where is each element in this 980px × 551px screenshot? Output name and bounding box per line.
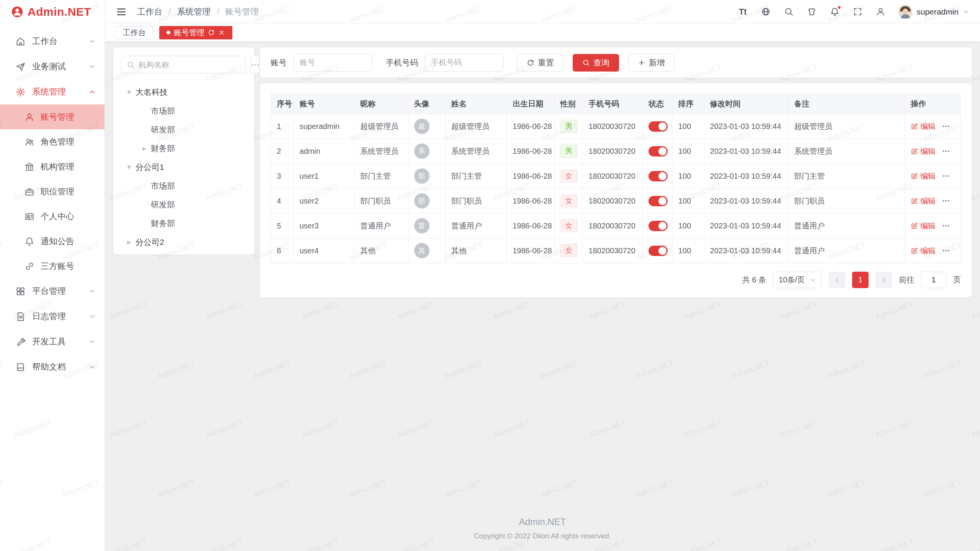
edit-button[interactable]: 编辑 [911,171,936,181]
sidebar-item-help-docs[interactable]: 帮助文档 [0,354,105,380]
next-page-button[interactable] [875,272,892,288]
tree-node[interactable]: 分公司2 [121,233,247,251]
sidebar-item-org-management[interactable]: 机构管理 [0,154,105,179]
bank-icon [24,162,34,172]
status-toggle[interactable] [648,221,668,231]
cell-sort: 100 [672,238,704,263]
sidebar-item-account-management[interactable]: 账号管理 [0,104,105,129]
chevron-down-icon [810,277,816,283]
status-toggle[interactable] [648,146,668,156]
language-icon[interactable] [760,7,771,17]
tree-node[interactable]: 财务部 [121,139,247,158]
tree-caret-icon[interactable] [122,163,136,171]
tree-node[interactable]: 市场部 [121,176,247,195]
sidebar-item-personal-center[interactable]: 个人中心 [0,204,105,229]
edit-button[interactable]: 编辑 [911,196,936,206]
goto-page-input[interactable] [921,272,946,288]
sidebar-item-position-management[interactable]: 职位管理 [0,179,105,204]
user-icon[interactable] [875,7,886,17]
cell-nickname: 部门职员 [354,189,408,214]
cell-no: 4 [271,189,294,214]
page-number-button[interactable]: 1 [852,272,869,288]
cell-account: user1 [294,164,354,189]
breadcrumb: 工作台 系统管理 账号管理 [137,6,259,18]
tree-node-label: 分公司2 [136,237,164,248]
chevron-down-icon [962,8,969,15]
cell-nickname: 普通用户 [354,214,408,238]
notification-bell-icon[interactable] [829,7,840,17]
org-search-input[interactable] [139,60,240,69]
close-icon[interactable] [218,29,225,36]
sidebar-item-notice-announcement[interactable]: 通知公告 [0,229,105,254]
page-size-select[interactable]: 10条/页 [773,272,822,288]
tree-node[interactable]: 研发部 [121,120,247,139]
edit-button[interactable]: 编辑 [911,246,936,256]
edit-button[interactable]: 编辑 [911,146,936,156]
chevron-right-icon [880,277,887,284]
tree-node[interactable]: 市场部 [121,101,247,120]
tree-node[interactable]: 大名科技 [121,83,247,101]
reset-button[interactable]: 重置 [517,54,564,72]
tree-node[interactable]: 财务部 [121,214,247,233]
sidebar-item-business-test[interactable]: 业务测试 [0,54,105,79]
tree-node[interactable]: 研发部 [121,195,247,214]
tree-node[interactable]: 分公司1 [121,158,247,176]
org-search-field[interactable] [121,56,246,73]
cell-account: superadmin [294,114,354,139]
hamburger-menu-icon[interactable] [116,6,127,18]
app-logo[interactable]: Admin.NET [0,0,105,23]
query-button[interactable]: 查询 [573,54,619,72]
add-button[interactable]: 新增 [628,54,675,72]
status-toggle[interactable] [648,246,668,256]
paper-plane-icon [15,62,26,72]
grid-icon [15,286,26,297]
tree-caret-icon[interactable] [138,144,151,153]
column-header: 操作 [905,94,960,114]
sidebar-item-third-party-account[interactable]: 三方账号 [0,254,105,279]
tab-account-management[interactable]: 账号管理 [159,26,232,39]
tree-caret-icon[interactable] [122,238,136,246]
edit-icon [911,197,918,205]
cell-phone: 18020030720 [583,164,643,189]
fullscreen-icon[interactable] [852,7,863,17]
account-filter-input[interactable] [294,54,372,72]
sidebar-item-workbench[interactable]: 工作台 [0,29,105,54]
tab-label: 账号管理 [174,28,204,38]
more-actions-button[interactable] [942,147,950,155]
tab-workbench[interactable]: 工作台 [116,26,153,39]
refresh-icon[interactable] [208,29,215,36]
org-tree: 大名科技 市场部 研发部 [121,83,247,251]
more-actions-button[interactable] [942,222,950,230]
edit-icon [911,247,918,254]
prev-page-button[interactable] [829,272,845,288]
more-actions-button[interactable] [942,122,950,130]
status-toggle[interactable] [648,171,668,181]
edit-button[interactable]: 编辑 [911,221,936,231]
more-actions-button[interactable] [942,246,950,255]
tree-caret-icon[interactable] [122,88,136,96]
more-actions-button[interactable] [942,197,950,205]
edit-button[interactable]: 编辑 [911,121,936,132]
font-size-icon[interactable]: Tt [737,7,748,17]
status-toggle[interactable] [648,121,668,132]
user-icon [24,112,34,122]
sidebar-item-dev-tools[interactable]: 开发工具 [0,329,105,354]
cell-birthday: 1986-06-28 [507,139,554,164]
search-icon [127,61,135,69]
theme-icon[interactable] [806,7,817,17]
org-more-button[interactable]: ··· [250,56,260,73]
sidebar-item-role-management[interactable]: 角色管理 [0,129,105,154]
briefcase-icon [24,187,34,197]
search-icon[interactable] [783,7,794,17]
breadcrumb-item[interactable]: 系统管理 [177,6,225,18]
chevron-up-icon [88,88,96,96]
phone-filter-input[interactable] [425,54,503,72]
status-toggle[interactable] [648,196,668,206]
user-menu[interactable]: superadmin [898,5,969,19]
breadcrumb-item[interactable]: 工作台 [137,6,177,18]
sidebar-item-platform-management[interactable]: 平台管理 [0,279,105,304]
cell-modified-time: 2023-01-03 10:59:44 [704,189,788,214]
sidebar-item-log-management[interactable]: 日志管理 [0,304,105,329]
sidebar-item-system-management[interactable]: 系统管理 [0,79,105,104]
more-actions-button[interactable] [942,172,950,180]
